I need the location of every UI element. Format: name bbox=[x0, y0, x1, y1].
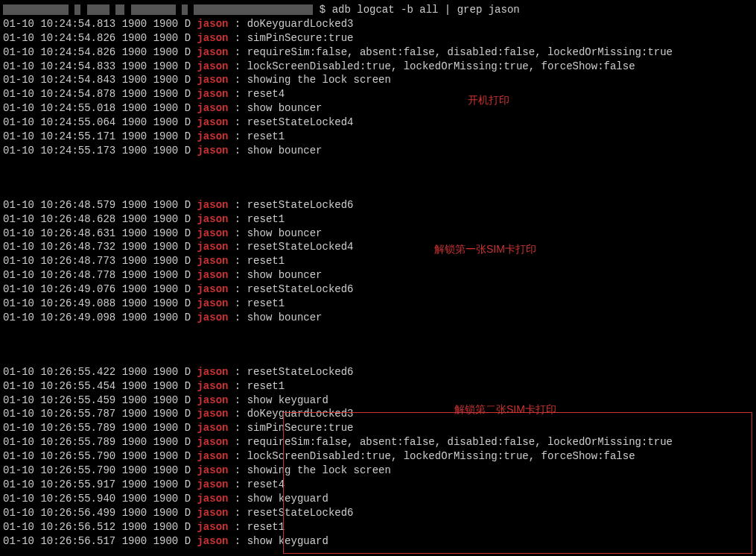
log-tag: jason bbox=[197, 408, 228, 420]
log-tag: jason bbox=[197, 394, 228, 406]
log-block-sim2-unlock: 01-10 10:26:55.422 1900 1900 D jason : r… bbox=[3, 365, 753, 549]
log-line: 01-10 10:26:55.940 1900 1900 D jason : s… bbox=[3, 492, 753, 506]
log-message: reset1 bbox=[247, 380, 285, 392]
log-line: 01-10 10:26:55.787 1900 1900 D jason : d… bbox=[3, 407, 753, 421]
log-line: 01-10 10:26:55.459 1900 1900 D jason : s… bbox=[3, 394, 753, 408]
log-message: reset1 bbox=[247, 130, 285, 142]
log-prefix: 01-10 10:26:49.098 1900 1900 D bbox=[3, 312, 197, 323]
log-message: reset4 bbox=[247, 478, 285, 490]
log-tag: jason bbox=[197, 436, 228, 448]
log-separator: : bbox=[228, 464, 247, 476]
log-prefix: 01-10 10:24:54.878 1900 1900 D bbox=[3, 88, 197, 100]
annotation-boot: 开机打印 bbox=[468, 93, 509, 107]
log-line: 01-10 10:24:55.018 1900 1900 D jason : s… bbox=[3, 101, 753, 116]
command-text: $ adb logcat -b all | grep jason bbox=[320, 4, 520, 16]
log-separator: : bbox=[228, 74, 247, 86]
log-tag: jason bbox=[197, 450, 228, 462]
log-tag: jason bbox=[197, 366, 228, 378]
log-prefix: 01-10 10:26:55.940 1900 1900 D bbox=[3, 493, 197, 505]
log-separator: : bbox=[228, 18, 247, 30]
log-message: doKeyguardLocked3 bbox=[247, 18, 354, 30]
log-prefix: 01-10 10:24:55.171 1900 1900 D bbox=[3, 130, 197, 142]
log-separator: : bbox=[228, 32, 247, 44]
log-tag: jason bbox=[197, 88, 228, 100]
log-separator: : bbox=[228, 408, 247, 420]
log-line: 01-10 10:26:49.076 1900 1900 D jason : r… bbox=[3, 282, 753, 297]
log-separator: : bbox=[228, 521, 247, 533]
redacted-segment bbox=[87, 4, 109, 15]
log-line: 01-10 10:26:48.631 1900 1900 D jason : s… bbox=[3, 227, 753, 241]
redacted-segment bbox=[115, 4, 124, 15]
log-prefix: 01-10 10:26:55.790 1900 1900 D bbox=[3, 450, 197, 462]
log-separator: : bbox=[228, 380, 247, 392]
log-prefix: 01-10 10:24:54.826 1900 1900 D bbox=[3, 32, 197, 44]
log-tag: jason bbox=[197, 130, 228, 142]
log-prefix: 01-10 10:24:55.018 1900 1900 D bbox=[3, 102, 197, 114]
log-message: reset1 bbox=[247, 213, 285, 225]
log-message: show keyguard bbox=[247, 535, 328, 547]
redacted-segment bbox=[74, 4, 80, 15]
log-line: 01-10 10:26:55.917 1900 1900 D jason : r… bbox=[3, 478, 753, 492]
log-message: lockScreenDisabled:true, lockedOrMissing… bbox=[247, 450, 635, 462]
redacted-segment bbox=[131, 4, 176, 15]
log-separator: : bbox=[228, 145, 247, 157]
log-message: show keyguard bbox=[247, 493, 328, 505]
log-separator: : bbox=[228, 283, 247, 295]
log-tag: jason bbox=[197, 269, 228, 281]
log-message: simPinSecure:true bbox=[247, 32, 354, 44]
log-prefix: 01-10 10:26:55.789 1900 1900 D bbox=[3, 436, 197, 448]
log-prefix: 01-10 10:26:55.787 1900 1900 D bbox=[3, 408, 197, 420]
log-tag: jason bbox=[197, 213, 228, 225]
log-tag: jason bbox=[197, 102, 228, 114]
log-message: doKeyguardLocked3 bbox=[247, 408, 354, 420]
log-separator: : bbox=[228, 450, 247, 462]
log-line: 01-10 10:26:55.790 1900 1900 D jason : l… bbox=[3, 449, 753, 464]
log-tag: jason bbox=[197, 241, 228, 253]
log-message: reset1 bbox=[247, 297, 285, 309]
log-tag: jason bbox=[197, 464, 228, 476]
log-line: 01-10 10:24:55.173 1900 1900 D jason : s… bbox=[3, 144, 753, 158]
log-message: simPinSecure:true bbox=[247, 422, 354, 434]
log-separator: : bbox=[228, 88, 247, 100]
log-message: reset4 bbox=[247, 88, 285, 100]
log-separator: : bbox=[228, 102, 247, 114]
log-message: reset1 bbox=[247, 255, 285, 267]
log-line: 01-10 10:26:56.512 1900 1900 D jason : r… bbox=[3, 520, 753, 534]
log-prefix: 01-10 10:24:54.826 1900 1900 D bbox=[3, 46, 197, 58]
log-separator: : bbox=[228, 227, 247, 239]
log-message: show bouncer bbox=[247, 227, 323, 239]
log-prefix: 01-10 10:24:55.064 1900 1900 D bbox=[3, 116, 197, 128]
log-separator: : bbox=[228, 478, 247, 490]
log-prefix: 01-10 10:26:48.631 1900 1900 D bbox=[3, 227, 197, 239]
log-line: 01-10 10:26:48.773 1900 1900 D jason : r… bbox=[3, 254, 753, 268]
log-line: 01-10 10:24:54.843 1900 1900 D jason : s… bbox=[3, 73, 753, 87]
log-tag: jason bbox=[197, 74, 228, 86]
log-line: 01-10 10:26:55.790 1900 1900 D jason : s… bbox=[3, 464, 753, 478]
log-line: 01-10 10:26:48.778 1900 1900 D jason : s… bbox=[3, 268, 753, 282]
log-tag: jason bbox=[197, 297, 228, 309]
log-separator: : bbox=[228, 394, 247, 406]
log-prefix: 01-10 10:26:48.732 1900 1900 D bbox=[3, 241, 197, 253]
log-line: 01-10 10:26:49.098 1900 1900 D jason : s… bbox=[3, 311, 753, 325]
log-line: 01-10 10:26:56.499 1900 1900 D jason : r… bbox=[3, 506, 753, 520]
log-line: 01-10 10:26:55.789 1900 1900 D jason : s… bbox=[3, 421, 753, 435]
log-prefix: 01-10 10:24:54.833 1900 1900 D bbox=[3, 60, 197, 72]
log-line: 01-10 10:24:54.826 1900 1900 D jason : s… bbox=[3, 31, 753, 45]
log-prefix: 01-10 10:26:55.917 1900 1900 D bbox=[3, 478, 197, 490]
redacted-segment bbox=[182, 4, 188, 15]
log-tag: jason bbox=[197, 312, 228, 323]
log-line: 01-10 10:26:49.088 1900 1900 D jason : r… bbox=[3, 297, 753, 311]
log-tag: jason bbox=[197, 535, 228, 547]
log-tag: jason bbox=[197, 145, 228, 157]
log-line: 01-10 10:24:54.813 1900 1900 D jason : d… bbox=[3, 17, 753, 31]
log-separator: : bbox=[228, 199, 247, 211]
log-message: show bouncer bbox=[247, 102, 323, 114]
log-separator: : bbox=[228, 422, 247, 434]
log-tag: jason bbox=[197, 478, 228, 490]
log-line: 01-10 10:24:55.064 1900 1900 D jason : r… bbox=[3, 116, 753, 130]
log-prefix: 01-10 10:26:56.517 1900 1900 D bbox=[3, 535, 197, 547]
log-prefix: 01-10 10:26:48.778 1900 1900 D bbox=[3, 269, 197, 281]
log-message: resetStateLocked6 bbox=[247, 283, 354, 295]
log-prefix: 01-10 10:26:48.773 1900 1900 D bbox=[3, 255, 197, 267]
log-prefix: 01-10 10:26:55.454 1900 1900 D bbox=[3, 380, 197, 392]
